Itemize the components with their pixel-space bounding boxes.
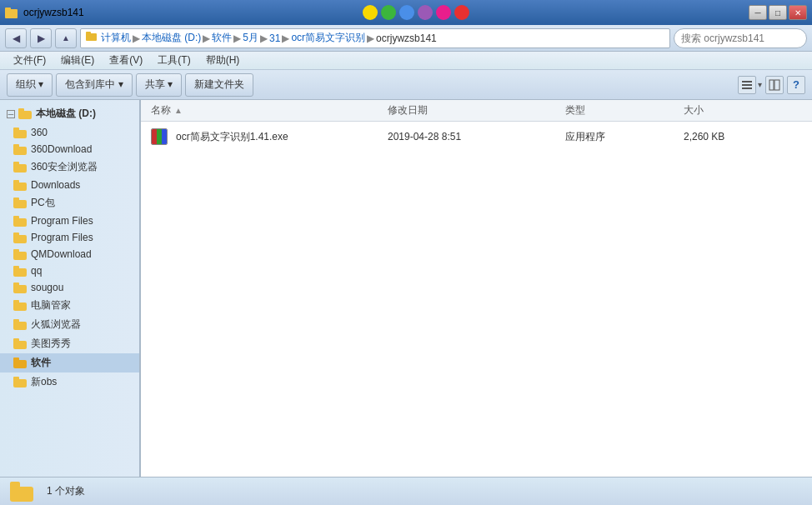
folder-icon-software (13, 358, 27, 368)
folder-icon-sougou (13, 282, 27, 293)
sidebar-item-programfiles2[interactable]: Program Files (0, 229, 139, 246)
new-folder-button[interactable]: 新建文件夹 (185, 73, 253, 97)
sidebar-label-360browser: 360安全浏览器 (31, 160, 98, 174)
breadcrumb-day[interactable]: 31 (269, 32, 280, 44)
forward-button[interactable]: ▶ (30, 28, 52, 48)
title-bar-dots (363, 5, 469, 20)
dot-red (454, 5, 469, 20)
view-dropdown-arrow[interactable]: ▾ (758, 80, 762, 89)
sidebar-label-qq: qq (31, 265, 42, 277)
content-body: ocr简易文字识别1.41.exe 2019-04-28 8:51 应用程序 2… (141, 122, 812, 477)
dot-yellow (363, 5, 378, 20)
sidebar-item-obs[interactable]: 新obs (0, 372, 139, 392)
title-bar-icon (5, 6, 18, 19)
sidebar-item-sougou[interactable]: sougou (0, 279, 139, 296)
breadcrumb-computer[interactable]: 计算机 (101, 31, 131, 45)
sidebar-label-pc: PC包 (31, 196, 55, 210)
svg-rect-3 (86, 32, 91, 34)
view-icons: ▾ (738, 76, 762, 94)
sidebar-header: ─ 本地磁盘 (D:) (0, 103, 139, 124)
sidebar-label-software: 软件 (31, 356, 51, 370)
pane-icon (769, 79, 780, 91)
breadcrumb-software[interactable]: 软件 (212, 31, 232, 45)
search-input[interactable] (681, 32, 806, 44)
preview-pane-button[interactable] (765, 76, 784, 94)
help-button[interactable]: ? (787, 76, 805, 94)
minimize-button[interactable]: ─ (749, 5, 767, 20)
sidebar-label-obs: 新obs (31, 375, 57, 389)
share-button[interactable]: 共享 ▾ (136, 73, 182, 97)
toolbar-right: ▾ ? (738, 76, 805, 94)
maximize-button[interactable]: □ (769, 5, 787, 20)
dot-blue (399, 5, 414, 20)
sidebar-item-360download[interactable]: 360Download (0, 141, 139, 158)
title-bar-left: ocrjywzsb141 (5, 6, 84, 19)
menu-tools[interactable]: 工具(T) (151, 52, 197, 69)
sidebar-label-programfiles2: Program Files (31, 232, 93, 243)
menu-help[interactable]: 帮助(H) (199, 52, 247, 69)
content-header: 名称 ▲ 修改日期 类型 大小 (141, 100, 812, 122)
sidebar-label-firefox: 火狐浏览器 (31, 318, 81, 332)
folder-icon-qq (13, 266, 27, 277)
window-controls: ─ □ ✕ (749, 5, 807, 20)
sidebar-item-downloads[interactable]: Downloads (0, 177, 139, 193)
close-button[interactable]: ✕ (789, 5, 807, 20)
view-details-button[interactable] (738, 76, 756, 94)
status-folder-icon (10, 482, 33, 502)
nav-bar: ◀ ▶ ▲ 计算机 ▶ 本地磁盘 (D:) ▶ 软件 ▶ 5月 ▶ 31 ▶ o… (0, 25, 812, 52)
dot-purple (418, 5, 433, 20)
menu-file[interactable]: 文件(F) (7, 52, 53, 69)
col-header-name[interactable]: 名称 ▲ (151, 103, 388, 118)
folder-icon-downloads (13, 180, 27, 191)
sidebar-label-qmdownload: QMDownload (31, 248, 92, 260)
up-button[interactable]: ▲ (55, 28, 77, 48)
folder-icon-360browser (13, 162, 27, 172)
sidebar-item-qmdownload[interactable]: QMDownload (0, 246, 139, 262)
sidebar-item-software[interactable]: 软件 (0, 353, 139, 372)
sidebar-item-pc[interactable]: PC包 (0, 193, 139, 212)
details-icon (741, 79, 753, 91)
sidebar-item-firefox[interactable]: 火狐浏览器 (0, 315, 139, 334)
folder-icon-obs (13, 377, 27, 388)
col-header-type[interactable]: 类型 (565, 103, 684, 118)
sidebar-label-pcmanager: 电脑管家 (31, 298, 71, 312)
sidebar-item-360[interactable]: 360 (0, 124, 139, 141)
breadcrumb: 计算机 ▶ 本地磁盘 (D:) ▶ 软件 ▶ 5月 ▶ 31 ▶ ocr简易文字… (80, 28, 670, 48)
menu-bar: 文件(F) 编辑(E) 查看(V) 工具(T) 帮助(H) (0, 52, 812, 70)
breadcrumb-disk[interactable]: 本地磁盘 (D:) (142, 31, 201, 45)
file-type: 应用程序 (565, 130, 684, 144)
include-in-library-button[interactable]: 包含到库中 ▾ (56, 73, 132, 97)
back-button[interactable]: ◀ (5, 28, 27, 48)
sidebar-item-qq[interactable]: qq (0, 262, 139, 279)
search-bar[interactable] (674, 28, 807, 48)
organize-button[interactable]: 组织 ▾ (7, 73, 53, 97)
table-row[interactable]: ocr简易文字识别1.41.exe 2019-04-28 8:51 应用程序 2… (141, 125, 812, 148)
sidebar-label-meitu: 美图秀秀 (31, 337, 71, 351)
svg-rect-7 (742, 84, 752, 86)
breadcrumb-month[interactable]: 5月 (243, 31, 258, 45)
sidebar-header-icon (18, 108, 32, 119)
file-name-col: ocr简易文字识别1.41.exe (151, 128, 388, 145)
folder-icon-meitu (13, 338, 27, 349)
sidebar-label-programfiles: Program Files (31, 215, 93, 227)
sidebar-label-360download: 360Download (31, 143, 92, 155)
file-name: ocr简易文字识别1.41.exe (176, 130, 288, 144)
breadcrumb-ocr[interactable]: ocr简易文字识别 (291, 31, 365, 45)
col-header-size[interactable]: 大小 (684, 103, 802, 118)
sidebar-label-downloads: Downloads (31, 179, 80, 191)
col-header-date[interactable]: 修改日期 (388, 103, 565, 118)
menu-view[interactable]: 查看(V) (103, 52, 149, 69)
sidebar-toggle[interactable]: ─ (7, 110, 15, 118)
menu-edit[interactable]: 编辑(E) (54, 52, 101, 69)
sidebar-item-pcmanager[interactable]: 电脑管家 (0, 296, 139, 315)
sidebar-item-meitu[interactable]: 美图秀秀 (0, 334, 139, 353)
sidebar-item-programfiles[interactable]: Program Files (0, 212, 139, 229)
svg-rect-2 (86, 33, 97, 41)
sidebar-item-360browser[interactable]: 360安全浏览器 (0, 158, 139, 177)
content-pane: 名称 ▲ 修改日期 类型 大小 (140, 100, 812, 477)
folder-icon-pcmanager (13, 300, 27, 311)
svg-rect-1 (5, 8, 11, 11)
folder-icon-programfiles2 (13, 232, 27, 243)
sidebar-label-sougou: sougou (31, 282, 63, 293)
folder-icon-360 (13, 128, 27, 138)
